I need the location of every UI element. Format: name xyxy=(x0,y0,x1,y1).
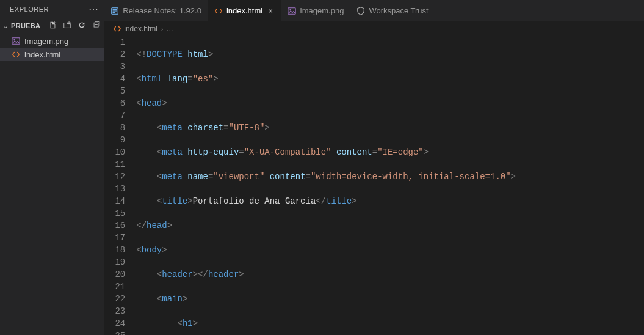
file-label: index.html xyxy=(24,50,60,59)
tab-imagem-png[interactable]: Imagem.png xyxy=(281,0,350,21)
breadcrumb-file: index.html xyxy=(124,24,157,33)
new-folder-icon[interactable] xyxy=(63,21,71,31)
main: Release Notes: 1.92.0 index.html × Image… xyxy=(104,0,644,335)
collapse-all-icon[interactable] xyxy=(92,21,101,31)
svg-rect-0 xyxy=(12,38,20,45)
folder-name: PRUEBA xyxy=(11,22,40,29)
breadcrumb[interactable]: index.html › ... xyxy=(104,21,644,36)
html-icon xyxy=(113,24,121,33)
preview-icon xyxy=(110,7,119,15)
explorer-header: Explorer ⋯ xyxy=(0,0,104,18)
editor[interactable]: 1234567891011121314151617181920212223242… xyxy=(104,36,644,335)
folder-actions xyxy=(48,21,101,31)
html-icon xyxy=(214,7,223,15)
more-icon[interactable]: ⋯ xyxy=(89,4,98,15)
explorer-title: Explorer xyxy=(10,6,49,13)
file-label: Imagem.png xyxy=(24,37,68,46)
svg-rect-6 xyxy=(288,7,295,14)
tab-workspace-trust[interactable]: Workspace Trust xyxy=(350,0,435,21)
file-item-image[interactable]: Imagem.png xyxy=(0,34,104,48)
shield-icon xyxy=(356,7,365,15)
file-item-html[interactable]: index.html xyxy=(0,48,104,61)
tab-index-html[interactable]: index.html × xyxy=(208,0,281,21)
tab-bar: Release Notes: 1.92.0 index.html × Image… xyxy=(104,0,644,21)
tab-label: Release Notes: 1.92.0 xyxy=(123,6,201,15)
html-icon xyxy=(11,50,21,59)
svg-point-7 xyxy=(289,9,291,10)
tab-label: index.html xyxy=(226,6,262,15)
new-file-icon[interactable] xyxy=(48,21,57,31)
sidebar: Explorer ⋯ ⌄ PRUEBA Imagem.png index.htm… xyxy=(0,0,104,335)
refresh-icon[interactable] xyxy=(78,21,86,31)
chevron-down-icon: ⌄ xyxy=(1,23,10,29)
image-icon xyxy=(288,7,296,15)
code-content[interactable]: <!DOCTYPE html> <html lang="es"> <head> … xyxy=(136,36,644,335)
breadcrumb-more: ... xyxy=(167,24,173,33)
gutter: 1234567891011121314151617181920212223242… xyxy=(104,36,136,335)
tab-release-notes[interactable]: Release Notes: 1.92.0 xyxy=(104,0,208,21)
folder-left: ⌄ PRUEBA xyxy=(1,22,40,29)
file-list: Imagem.png index.html xyxy=(0,33,104,61)
svg-point-1 xyxy=(13,39,15,40)
tab-label: Imagem.png xyxy=(300,6,344,15)
chevron-right-icon: › xyxy=(161,26,163,32)
image-icon xyxy=(11,37,21,45)
tab-label: Workspace Trust xyxy=(369,6,428,15)
close-icon[interactable]: × xyxy=(266,6,275,16)
folder-header[interactable]: ⌄ PRUEBA xyxy=(0,18,104,33)
